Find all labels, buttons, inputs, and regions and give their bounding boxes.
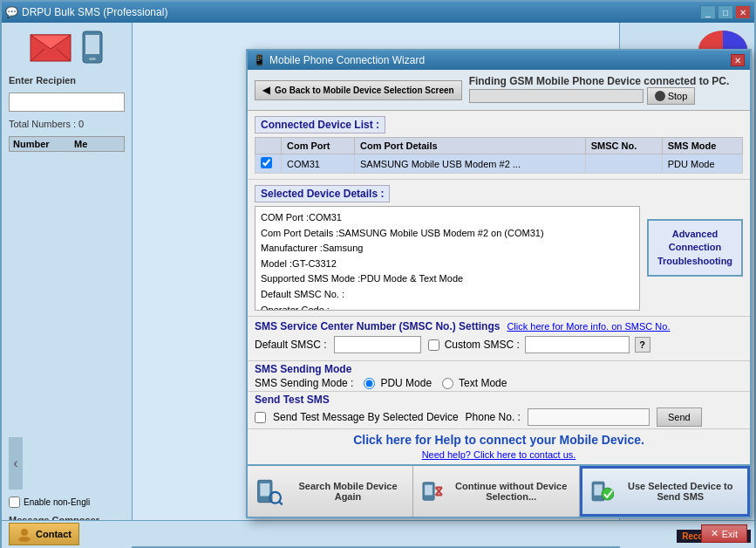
smsc-no-header: SMSC No. xyxy=(585,138,662,154)
svg-rect-18 xyxy=(594,484,602,495)
contact-button[interactable]: Contact xyxy=(9,523,79,545)
enable-nonenglish-label: Enable non-Engli xyxy=(24,497,90,507)
recipient-input[interactable] xyxy=(9,92,125,112)
nav-arrow-left[interactable]: ‹ xyxy=(9,437,23,490)
continue-no-device-button[interactable]: Continue without Device Selection... xyxy=(413,466,579,517)
help-section: Click here for Help to connect your Mobi… xyxy=(248,428,750,464)
test-sms-row: Send Test Message By Selected Device Pho… xyxy=(255,408,743,427)
detail-line-0: COM Port :COM31 xyxy=(261,210,634,226)
search-device-icon xyxy=(255,476,283,507)
adv-troubleshoot-label: Advanced Connection Troubleshooting xyxy=(657,229,732,266)
enable-nonenglish-checkbox[interactable] xyxy=(9,497,20,508)
title-bar: 💬 DRPU Bulk SMS (Professional) _ □ ✕ xyxy=(2,2,754,23)
custom-smsc-row: Custom SMSC : ? xyxy=(428,336,650,353)
number-col-header: Number xyxy=(10,137,71,151)
search-device-button[interactable]: Search Mobile Device Again xyxy=(248,466,413,517)
device-table-header-row: Com Port Com Port Details SMSC No. SMS M… xyxy=(255,138,743,154)
enable-nonenglish-row: Enable non-Engli xyxy=(9,497,125,508)
left-icons xyxy=(9,30,125,65)
send-test-sms-button[interactable]: Send xyxy=(657,408,702,427)
app-title: DRPU Bulk SMS (Professional) xyxy=(22,6,167,18)
details-right: Advanced Connection Troubleshooting xyxy=(647,185,743,311)
smsc-input-row: Default SMSC : Custom SMSC : ? xyxy=(255,336,743,353)
modal-close-button[interactable]: ✕ xyxy=(731,54,745,66)
svg-point-21 xyxy=(21,529,28,536)
help-contact-link[interactable]: Need help? Click here to contact us. xyxy=(422,449,576,460)
phone-icon xyxy=(79,30,106,65)
com-port-details-cell: SAMSUNG Mobile USB Modem #2 ... xyxy=(354,154,585,174)
minimize-button[interactable]: _ xyxy=(700,5,716,19)
envelope-icon xyxy=(29,30,72,65)
sms-mode-cell: PDU Mode xyxy=(662,154,742,174)
progress-area: Stop xyxy=(469,87,743,105)
smsc-help-button[interactable]: ? xyxy=(635,337,650,353)
modal-overlay: 📱 Mobile Phone Connection Wizard ✕ ◀ Go … xyxy=(246,49,752,548)
detail-line-1: Com Port Details :SAMSUNG Mobile USB Mod… xyxy=(261,226,634,242)
smsc-label-row: SMS Service Center Number (SMSC No.) Set… xyxy=(255,320,743,332)
test-sms-label: Send Test Message By Selected Device xyxy=(273,411,459,423)
smsc-section-label: SMS Service Center Number (SMSC No.) Set… xyxy=(255,320,500,332)
progress-bar xyxy=(469,89,644,103)
maximize-button[interactable]: □ xyxy=(718,5,733,19)
device-table: Com Port Com Port Details SMSC No. SMS M… xyxy=(255,137,743,174)
test-sms-title: Send Test SMS xyxy=(255,394,743,406)
svg-rect-5 xyxy=(85,35,99,54)
default-smsc-label: Default SMSC : xyxy=(255,339,327,351)
stop-button[interactable]: Stop xyxy=(647,87,696,105)
custom-smsc-label: Custom SMSC : xyxy=(445,339,520,351)
com-port-cell: COM31 xyxy=(282,154,355,174)
test-sms-checkbox[interactable] xyxy=(255,412,266,423)
connected-list-title: Connected Device List : xyxy=(255,116,385,134)
sms-mode-header: SMS Mode xyxy=(662,138,742,154)
custom-smsc-input[interactable] xyxy=(525,336,630,353)
row-checkbox-cell xyxy=(255,154,282,174)
center-panel: 📱 Mobile Phone Connection Wizard ✕ ◀ Go … xyxy=(133,23,619,548)
svg-point-19 xyxy=(602,488,614,500)
modal-title: Mobile Phone Connection Wizard xyxy=(269,54,425,66)
total-numbers-label: Total Numbers : 0 xyxy=(9,119,125,129)
use-device-icon xyxy=(589,476,614,507)
row-checkbox[interactable] xyxy=(261,157,272,168)
default-smsc-input[interactable] xyxy=(334,336,421,353)
svg-rect-8 xyxy=(260,483,269,497)
text-mode-label: Text Mode xyxy=(459,377,507,389)
detail-line-3: Model :GT-C3312 xyxy=(261,257,634,272)
table-row: COM31 SAMSUNG Mobile USB Modem #2 ... PD… xyxy=(255,154,743,174)
use-device-label: Use Selected Device to Send SMS xyxy=(621,481,740,502)
detail-line-6: Operator Code : xyxy=(261,303,634,311)
app-window: 💬 DRPU Bulk SMS (Professional) _ □ ✕ xyxy=(0,0,756,548)
main-content: Enter Recipien Total Numbers : 0 Number … xyxy=(2,23,754,548)
question-mark: ? xyxy=(639,339,645,350)
back-icon: ◀ xyxy=(262,85,269,96)
help-main-text: Click here for Help to connect your Mobi… xyxy=(255,433,743,447)
modal-toolbar: ◀ Go Back to Mobile Device Selection Scr… xyxy=(248,70,750,111)
adv-troubleshoot-button[interactable]: Advanced Connection Troubleshooting xyxy=(647,219,743,277)
left-panel: Enter Recipien Total Numbers : 0 Number … xyxy=(2,23,133,548)
contact-label: Contact xyxy=(36,529,72,539)
finding-text: Finding GSM Mobile Phone Device connecte… xyxy=(469,75,743,87)
device-details-box: COM Port :COM31 Com Port Details :SAMSUN… xyxy=(255,206,640,311)
close-app-button[interactable]: ✕ xyxy=(735,5,751,19)
modal-title-bar: 📱 Mobile Phone Connection Wizard ✕ xyxy=(248,51,750,70)
text-mode-radio[interactable] xyxy=(442,378,453,389)
use-selected-device-button[interactable]: Use Selected Device to Send SMS xyxy=(580,466,750,517)
detail-line-4: Supported SMS Mode :PDU Mode & Text Mode xyxy=(261,271,634,287)
stop-icon xyxy=(655,91,665,101)
stop-label: Stop xyxy=(668,91,688,101)
continue-no-device-label: Continue without Device Selection... xyxy=(451,481,572,502)
back-button[interactable]: ◀ Go Back to Mobile Device Selection Scr… xyxy=(255,80,462,100)
smsc-section: SMS Service Center Number (SMSC No.) Set… xyxy=(248,316,750,360)
test-sms-section: Send Test SMS Send Test Message By Selec… xyxy=(248,391,750,428)
phone-number-input[interactable] xyxy=(528,408,650,426)
continue-no-device-icon xyxy=(420,476,443,507)
custom-smsc-checkbox[interactable] xyxy=(428,339,439,351)
left-table-header: Number Me xyxy=(9,136,125,152)
me-col-header: Me xyxy=(71,137,91,151)
title-controls: _ □ ✕ xyxy=(700,5,751,19)
pdu-mode-radio-group: PDU Mode xyxy=(364,377,432,389)
sms-mode-row: SMS Sending Mode : PDU Mode Text Mode xyxy=(255,377,743,389)
smsc-link[interactable]: Click here for More info. on SMSC No. xyxy=(507,321,670,332)
svg-rect-12 xyxy=(425,485,432,496)
connected-device-section: Connected Device List : Com Port Com Por… xyxy=(248,111,750,180)
pdu-mode-radio[interactable] xyxy=(364,378,375,389)
